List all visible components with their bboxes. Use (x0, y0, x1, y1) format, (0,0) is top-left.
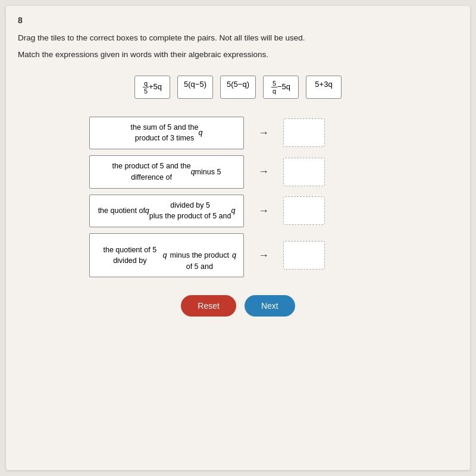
tile-1[interactable]: q 5 +5q (134, 76, 170, 99)
answer-box-3[interactable] (283, 196, 325, 225)
answer-box-4[interactable] (283, 241, 325, 270)
match-label-1: the sum of 5 and theproduct of 3 times q (89, 117, 244, 150)
next-button[interactable]: Next (245, 295, 295, 317)
page-container: 8 Drag the tiles to the correct boxes to… (6, 6, 470, 470)
tile-3[interactable]: 5(5−q) (220, 76, 256, 99)
arrow-4: → (249, 249, 278, 262)
match-row-1: the sum of 5 and theproduct of 3 times q… (89, 117, 387, 150)
reset-button[interactable]: Reset (181, 295, 236, 317)
question-number: 8 (18, 15, 458, 25)
arrow-1: → (249, 127, 278, 139)
answer-box-2[interactable] (283, 158, 325, 186)
buttons-area: Reset Next (18, 295, 458, 317)
match-row-2: the product of 5 and thedifference of q … (89, 155, 387, 189)
tile-2[interactable]: 5(q−5) (177, 76, 213, 99)
arrow-2: → (249, 165, 278, 178)
tile-4[interactable]: 5 q −5q (263, 76, 299, 99)
tiles-area: q 5 +5q 5(q−5) 5(5−q) 5 q −5q 5+3q (18, 76, 458, 99)
answer-box-1[interactable] (283, 118, 325, 147)
match-label-2: the product of 5 and thedifference of q … (89, 155, 244, 189)
arrow-3: → (249, 205, 278, 217)
instructions-2: Match the expressions given in words wit… (18, 49, 458, 61)
instructions-1: Drag the tiles to the correct boxes to c… (18, 32, 458, 44)
match-row-3: the quotient of q divided by 5plus the p… (89, 195, 387, 228)
tile-5[interactable]: 5+3q (306, 76, 342, 99)
matching-area: the sum of 5 and theproduct of 3 times q… (89, 117, 387, 278)
match-row-4: the quotient of 5 divided by qminus the … (89, 233, 387, 277)
match-label-3: the quotient of q divided by 5plus the p… (89, 195, 244, 228)
match-label-4: the quotient of 5 divided by qminus the … (89, 233, 244, 277)
